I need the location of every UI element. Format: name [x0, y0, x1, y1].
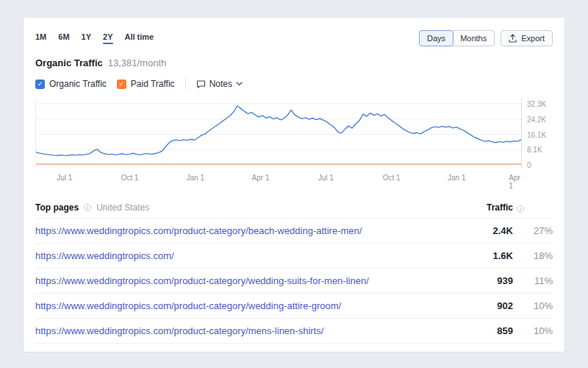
y-axis-labels: 32.3K24.2K16.1K8.1K0 — [522, 99, 553, 169]
toggle-months[interactable]: Months — [453, 30, 495, 46]
traffic-value: 2.4K — [470, 225, 513, 236]
x-tick-label: Apr 1 — [252, 174, 270, 182]
page-background: 1M6M1Y2YAll time DaysMonths Export Organ… — [0, 0, 588, 368]
export-button[interactable]: Export — [501, 30, 553, 46]
x-tick-label: Apr 1 — [509, 174, 520, 190]
table-body: https://www.weddingtropics.com/product-c… — [35, 219, 553, 344]
table-header: Top pages i United States Traffic i — [35, 197, 553, 219]
x-tick-label: Jan 1 — [448, 174, 465, 182]
toolbar: 1M6M1Y2YAll time DaysMonths Export — [35, 29, 553, 47]
range-tab-all-time[interactable]: All time — [125, 32, 154, 44]
range-tab-6m[interactable]: 6M — [58, 32, 69, 44]
y-tick-label: 32.3K — [527, 100, 546, 108]
paid-traffic-label: Paid Traffic — [131, 79, 175, 89]
chevron-down-icon — [236, 82, 243, 86]
checkbox-checked-icon: ✓ — [35, 79, 45, 89]
chart-area: 32.3K24.2K16.1K8.1K0 — [35, 99, 553, 169]
page-url-link[interactable]: https://www.weddingtropics.com/product-c… — [35, 225, 470, 236]
x-tick-label: Jul 1 — [318, 174, 334, 182]
organic-traffic-card: 1M6M1Y2YAll time DaysMonths Export Organ… — [24, 18, 564, 352]
traffic-percent: 10% — [513, 325, 553, 336]
notes-dropdown[interactable]: Notes — [196, 79, 243, 89]
metric-value: 13,381/month — [108, 57, 167, 68]
table-row: https://www.weddingtropics.com/product-c… — [35, 219, 553, 244]
traffic-header-info: i — [513, 201, 553, 214]
table-row: https://www.weddingtropics.com/product-c… — [35, 319, 553, 344]
traffic-percent: 27% — [513, 225, 553, 236]
x-tick-label: Oct 1 — [383, 174, 401, 182]
table-row: https://www.weddingtropics.com/product-c… — [35, 269, 553, 294]
traffic-value: 859 — [470, 325, 513, 336]
metric-header: Organic Traffic 13,381/month — [35, 57, 553, 68]
x-tick-label: Jan 1 — [187, 174, 204, 182]
granularity-toggle: DaysMonths — [419, 30, 495, 46]
export-label: Export — [521, 34, 545, 43]
range-tab-2y[interactable]: 2Y — [103, 32, 112, 44]
organic-traffic-label: Organic Traffic — [49, 79, 107, 89]
traffic-value: 939 — [470, 275, 513, 286]
paid-traffic-checkbox[interactable]: ✓ Paid Traffic — [117, 79, 175, 89]
time-range-tabs: 1M6M1Y2YAll time — [35, 32, 154, 44]
info-icon[interactable]: i — [84, 204, 91, 211]
y-tick-label: 24.2K — [527, 115, 546, 123]
notes-label: Notes — [209, 79, 232, 89]
page-url-link[interactable]: https://www.weddingtropics.com/product-c… — [35, 275, 470, 286]
range-tab-1m[interactable]: 1M — [35, 32, 46, 44]
metric-title: Organic Traffic — [35, 57, 103, 68]
export-icon — [509, 34, 517, 43]
top-pages-title: Top pages — [35, 202, 79, 213]
page-url-link[interactable]: https://www.weddingtropics.com/ — [35, 250, 470, 261]
speech-bubble-icon — [196, 79, 206, 89]
range-tab-1y[interactable]: 1Y — [82, 32, 91, 44]
legend-divider — [185, 78, 186, 90]
x-tick-label: Jul 1 — [57, 174, 72, 182]
toggle-days[interactable]: Days — [419, 30, 453, 46]
top-pages-table: Top pages i United States Traffic i http… — [35, 197, 553, 344]
x-axis-labels: Jul 1Oct 1Jan 1Apr 1Jul 1Oct 1Jan 1Apr 1 — [35, 169, 522, 185]
traffic-column-header[interactable]: Traffic — [470, 202, 513, 213]
page-url-link[interactable]: https://www.weddingtropics.com/product-c… — [35, 300, 470, 311]
traffic-percent: 18% — [513, 250, 553, 261]
traffic-chart[interactable] — [35, 99, 522, 169]
chart-legend: ✓ Organic Traffic ✓ Paid Traffic Notes — [35, 78, 553, 90]
traffic-line-chart — [36, 99, 521, 169]
table-row: https://www.weddingtropics.com/1.6K18% — [35, 244, 553, 269]
y-tick-label: 16.1K — [527, 130, 546, 138]
table-row: https://www.weddingtropics.com/product-c… — [35, 294, 553, 319]
checkbox-checked-icon: ✓ — [117, 79, 126, 89]
traffic-percent: 10% — [513, 300, 553, 311]
y-tick-label: 8.1K — [527, 146, 542, 154]
country-filter-label: United States — [96, 202, 149, 213]
page-url-link[interactable]: https://www.weddingtropics.com/product-c… — [35, 325, 470, 336]
traffic-value: 1.6K — [470, 250, 513, 261]
toolbar-right: DaysMonths Export — [419, 30, 553, 46]
x-tick-label: Oct 1 — [121, 174, 138, 182]
y-tick-label: 0 — [527, 161, 531, 169]
organic-traffic-checkbox[interactable]: ✓ Organic Traffic — [35, 79, 107, 89]
table-header-left: Top pages i United States — [35, 202, 470, 213]
traffic-percent: 11% — [513, 275, 553, 286]
info-icon[interactable]: i — [517, 205, 524, 213]
traffic-value: 902 — [470, 300, 513, 311]
